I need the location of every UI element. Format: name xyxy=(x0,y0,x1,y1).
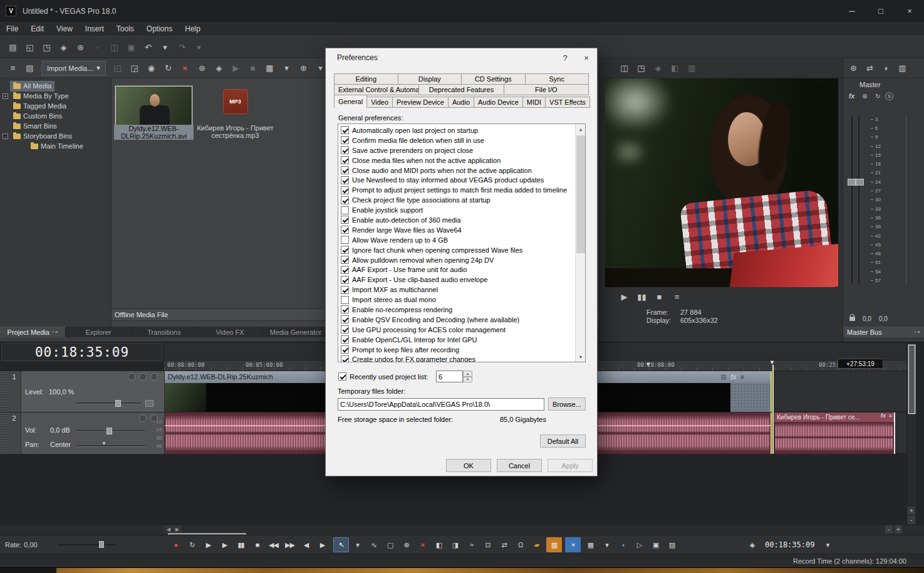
next-frame-button[interactable]: ▶ xyxy=(314,537,330,552)
zoom-edit-tool-button[interactable]: ⊕ xyxy=(398,537,414,552)
preference-option[interactable]: Use GPU processing for ACES color manage… xyxy=(339,325,574,335)
tree-expander-icon[interactable] xyxy=(20,144,26,149)
save-snapshot-icon[interactable]: ◳ xyxy=(633,61,649,76)
preference-option[interactable]: Ignore fact chunk when opening compresse… xyxy=(339,245,574,255)
tree-expander-icon[interactable]: - xyxy=(3,134,8,139)
project-properties-icon[interactable]: ⊛ xyxy=(73,39,88,55)
dock-tab[interactable]: Project Media ▫ × xyxy=(0,327,66,337)
tree-item[interactable]: All Media xyxy=(0,81,111,91)
checkbox[interactable] xyxy=(341,146,349,154)
checkbox[interactable] xyxy=(341,246,349,254)
tree-expander-icon[interactable] xyxy=(3,103,8,109)
start-preview-icon[interactable]: ▶ xyxy=(228,61,244,76)
preference-option[interactable]: Import stereo as dual mono xyxy=(339,295,574,305)
zoom-out-track-height-button[interactable]: - xyxy=(907,515,916,525)
track-solo-button[interactable] xyxy=(150,373,158,381)
track-header-2[interactable]: 2 Vol: 0,0 dB Pan: Center ▼ xyxy=(0,413,164,454)
preference-option[interactable]: Automatically open last project on start… xyxy=(339,125,574,135)
scroll-up-icon[interactable]: ▲ xyxy=(576,124,586,134)
time-format-dropdown-icon[interactable]: ▾ xyxy=(819,537,835,552)
search-media-icon[interactable]: ⊕ xyxy=(296,61,311,76)
loop-playback-button[interactable]: ↻ xyxy=(184,537,200,552)
track-header-1[interactable]: 1 Level: 100,0 % xyxy=(0,371,164,412)
render-as-icon[interactable]: ◈ xyxy=(56,39,71,55)
dock-tab[interactable]: Transitions ▫ × xyxy=(132,327,197,337)
preference-option[interactable]: Enable no-recompress rendering xyxy=(339,305,574,315)
pause-button[interactable]: ▮▮ xyxy=(233,537,249,552)
tree-item[interactable]: Main Timeline xyxy=(0,141,111,151)
menu-item[interactable]: Options xyxy=(140,22,179,36)
ok-button[interactable]: OK xyxy=(446,459,491,472)
checkbox[interactable] xyxy=(341,256,349,264)
timeline-horizontal-scrollbar[interactable]: ◀ ▶ xyxy=(164,525,882,534)
clip-fx-icon[interactable]: fx xyxy=(730,371,736,383)
track-mute-button[interactable] xyxy=(139,373,147,381)
checkbox[interactable] xyxy=(341,236,349,244)
speaker-icon[interactable]: ◖ xyxy=(878,61,894,76)
insert-marker-button[interactable]: ▰ xyxy=(529,537,544,552)
cut-icon[interactable]: ◦ xyxy=(90,39,105,55)
preference-option[interactable]: Prompt to keep files after recording xyxy=(339,345,574,355)
preview-play-button[interactable]: ▶ xyxy=(616,289,632,304)
master-fx-icon[interactable]: fx xyxy=(846,91,858,102)
menu-item[interactable]: Edit xyxy=(24,22,50,36)
tree-item[interactable]: Custom Bins xyxy=(0,111,111,121)
post-edit-ripple-button[interactable]: ≈ xyxy=(464,537,479,552)
checkbox[interactable] xyxy=(341,186,349,194)
io-routing-icon[interactable]: ⇄ xyxy=(862,61,878,76)
preview-stop-button[interactable]: ■ xyxy=(651,289,667,304)
scroll-left-icon[interactable]: ◀ xyxy=(164,525,173,534)
extract-audio-icon[interactable]: ◉ xyxy=(143,61,159,76)
preview-pause-button[interactable]: ▮▮ xyxy=(634,289,650,304)
pref-tab[interactable]: Audio Device xyxy=(474,97,523,108)
clip-menu-icon[interactable]: ≡ xyxy=(889,413,892,419)
insert-bus-icon[interactable]: ⊛ xyxy=(846,61,861,76)
video-output-button[interactable]: ▷ xyxy=(631,537,647,552)
save-project-icon[interactable]: ◳ xyxy=(39,39,55,55)
pref-tab[interactable]: CD Settings xyxy=(461,73,526,85)
menu-item[interactable]: View xyxy=(50,22,79,36)
checkbox[interactable] xyxy=(341,286,349,294)
play-from-start-button[interactable]: ▶ xyxy=(200,537,216,552)
spin-up-icon[interactable]: ▲ xyxy=(463,371,472,377)
pref-tab[interactable]: Deprecated Features xyxy=(418,84,504,95)
paste-icon[interactable]: ▣ xyxy=(123,39,139,55)
scroll-right-icon[interactable]: ▶ xyxy=(173,525,182,534)
checkbox[interactable] xyxy=(341,156,349,164)
lock-envelopes-button[interactable]: ⊡ xyxy=(480,537,496,552)
preference-option[interactable]: Prompt to adjust project settings to mat… xyxy=(339,185,574,195)
spin-down-icon[interactable]: ▼ xyxy=(463,377,472,383)
media-fx-icon[interactable]: ◈ xyxy=(211,61,227,76)
checkbox[interactable] xyxy=(338,372,346,381)
tree-expander-icon[interactable] xyxy=(3,83,8,89)
preference-option[interactable]: Allow pulldown removal when opening 24p … xyxy=(339,255,574,265)
checkbox[interactable] xyxy=(341,276,349,284)
track-drag-handle[interactable] xyxy=(0,413,8,454)
fader-handle-left[interactable] xyxy=(848,179,856,186)
auto-ripple-button[interactable]: ⇄ xyxy=(496,537,512,552)
preference-option[interactable]: AAF Export - Use clip-based audio envelo… xyxy=(339,275,574,285)
master-solo-icon[interactable]: S xyxy=(885,92,893,100)
stop-button[interactable]: ■ xyxy=(249,537,265,552)
maximize-button[interactable]: □ xyxy=(866,0,895,22)
tree-expander-icon[interactable] xyxy=(3,113,8,119)
mixer-dropdown-icon[interactable]: ▾ xyxy=(599,537,615,552)
browse-button[interactable]: Browse... xyxy=(548,397,586,411)
master-fader-left[interactable] xyxy=(851,116,853,284)
import-media-button[interactable]: Import Media... ▾ xyxy=(41,61,106,76)
level-slider[interactable] xyxy=(76,402,142,404)
preview-quality-icon[interactable]: ▥ xyxy=(684,61,700,76)
menu-item[interactable]: File xyxy=(0,22,24,36)
media-item-video-thumbnail[interactable] xyxy=(115,86,192,125)
menu-item[interactable]: Insert xyxy=(79,22,110,36)
split-button[interactable]: × xyxy=(415,537,430,552)
media-item-video-label[interactable]: Dyldy.e12.WEB-DLRip.25Kuzmich.avi xyxy=(114,125,194,140)
open-project-icon[interactable]: ◱ xyxy=(22,39,38,55)
audio-clip[interactable]: Кибирев Игорь - Привет се... fx ≡ xyxy=(774,413,895,454)
pref-tab[interactable]: MIDI xyxy=(522,97,546,108)
menu-item[interactable]: Tools xyxy=(110,22,140,36)
tree-item[interactable]: Tagged Media xyxy=(0,101,111,111)
timeline-vertical-scrollbar[interactable] xyxy=(908,344,916,505)
media-item-audio[interactable]: MP3 Кибирев Игорь - Привет сестрёнка.mp3 xyxy=(196,86,274,139)
checkbox[interactable] xyxy=(341,206,349,214)
